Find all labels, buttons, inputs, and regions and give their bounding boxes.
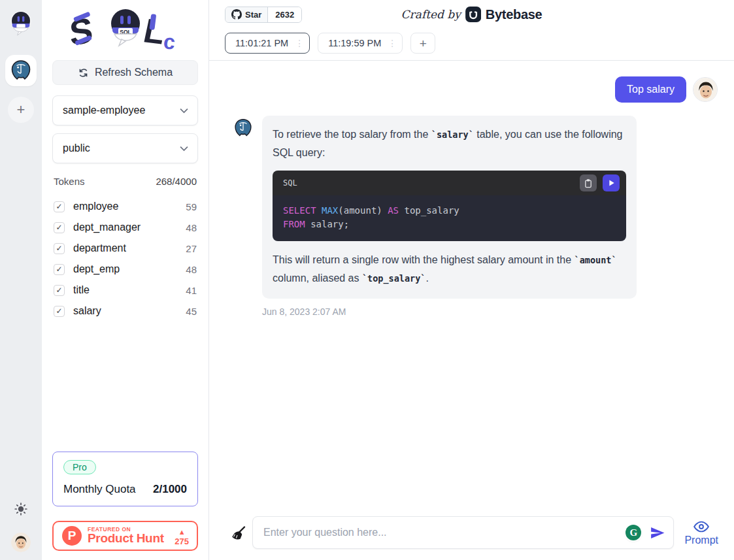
prompt-toggle[interactable]: Prompt <box>684 519 718 546</box>
table-token-count: 48 <box>186 222 197 233</box>
inline-code-amount: `amount` <box>575 255 617 265</box>
code-token: MAX <box>322 205 338 216</box>
schema-select-value: public <box>63 142 90 154</box>
code-token: top_salary <box>399 205 459 216</box>
crafted-by-brand[interactable]: Crafted by Bytebase <box>401 7 542 22</box>
table-name: salary <box>73 305 186 317</box>
sqlchat-bot-icon[interactable] <box>9 10 33 39</box>
bytebase-brand-name: Bytebase <box>486 7 542 22</box>
tab-label: 11:19:59 PM <box>328 38 381 48</box>
table-checkbox[interactable] <box>54 201 65 212</box>
table-row: department27 <box>52 238 198 259</box>
product-hunt-name: Product Hunt <box>88 532 164 545</box>
question-input-box: G <box>252 516 674 549</box>
table-name: title <box>73 284 186 296</box>
refresh-icon <box>78 67 89 78</box>
sql-code-block: SQL <box>273 171 626 241</box>
chat-scroll-area[interactable]: Top salary <box>209 61 734 510</box>
add-connection-button[interactable] <box>8 97 34 123</box>
code-token: (amount) <box>338 205 388 216</box>
monthly-quota-value: 2/1000 <box>153 483 187 496</box>
postgresql-avatar-icon <box>233 118 253 138</box>
table-name: dept_emp <box>73 263 186 275</box>
panel-spacer <box>52 321 198 452</box>
clear-conversation-broom-icon[interactable] <box>229 525 246 546</box>
prompt-label: Prompt <box>684 535 718 546</box>
table-checkbox[interactable] <box>54 264 65 275</box>
code-token: SELECT <box>283 205 322 216</box>
table-row: salary45 <box>52 301 198 321</box>
run-query-button[interactable] <box>603 174 620 191</box>
table-token-count: 27 <box>186 243 197 254</box>
assistant-message-bubble: To retrieve the top salary from the `sal… <box>262 116 637 299</box>
chat-main: Star 2632 Crafted by Bytebase 11:01:21 P… <box>209 0 734 560</box>
table-name: dept_manager <box>73 222 186 233</box>
send-button[interactable] <box>649 525 665 541</box>
code-token: salary; <box>305 219 349 229</box>
user-account-avatar[interactable] <box>11 533 31 552</box>
table-checkbox[interactable] <box>54 222 65 233</box>
tab-menu-icon[interactable] <box>388 38 397 48</box>
chevron-down-icon <box>180 108 188 114</box>
tokens-label: Tokens <box>54 176 85 187</box>
assistant-message-row: To retrieve the top salary from the `sal… <box>233 116 718 317</box>
conversation-tab[interactable]: 11:19:59 PM <box>318 33 403 54</box>
sqlchat-logo: S SQL L c <box>52 0 198 60</box>
tab-label: 11:01:21 PM <box>235 38 288 48</box>
github-star-button[interactable]: Star 2632 <box>225 7 302 23</box>
monthly-quota-label: Monthly Quota <box>63 483 136 496</box>
refresh-schema-button[interactable]: Refresh Schema <box>52 60 198 85</box>
theme-toggle-sun-icon[interactable] <box>14 502 27 518</box>
bytebase-logo-icon <box>465 7 481 22</box>
product-hunt-logo-icon: P <box>62 526 82 546</box>
code-language-label: SQL <box>283 174 297 192</box>
code-line: FROM salary; <box>283 218 616 231</box>
pro-badge: Pro <box>63 460 96 474</box>
copy-code-button[interactable] <box>580 174 597 191</box>
table-row: dept_emp48 <box>52 259 198 280</box>
crafted-by-text: Crafted by <box>401 8 461 21</box>
connection-postgres-tile[interactable] <box>5 55 37 86</box>
table-checklist: employee59dept_manager48department27dept… <box>52 196 198 321</box>
table-row: title41 <box>52 280 198 301</box>
refresh-schema-label: Refresh Schema <box>95 67 173 78</box>
table-checkbox[interactable] <box>54 306 65 317</box>
code-line: SELECT MAX(amount) AS top_salary <box>283 204 616 218</box>
message-timestamp: Jun 8, 2023 2:07 AM <box>262 306 637 317</box>
github-icon <box>231 9 242 20</box>
assistant-paragraph-2: This will return a single row with the h… <box>273 251 626 288</box>
code-block-body: SELECT MAX(amount) AS top_salaryFROM sal… <box>273 195 626 241</box>
bot-avatar-icon <box>9 10 33 37</box>
product-hunt-votes: 275 <box>175 525 189 546</box>
tab-bar: 11:01:21 PM11:19:59 PM <box>225 33 718 60</box>
chevron-down-icon <box>180 146 188 152</box>
play-icon <box>608 179 615 187</box>
main-header: Star 2632 Crafted by Bytebase 11:01:21 P… <box>209 0 734 61</box>
tokens-row: Tokens 268/4000 <box>52 176 198 187</box>
code-token: AS <box>388 205 399 216</box>
github-star-count: 2632 <box>267 7 301 22</box>
schema-select[interactable]: public <box>52 133 198 163</box>
new-conversation-button[interactable] <box>410 33 435 54</box>
question-input[interactable] <box>263 527 626 538</box>
table-checkbox[interactable] <box>54 285 65 296</box>
table-token-count: 41 <box>186 285 197 296</box>
tab-menu-icon[interactable] <box>295 38 304 48</box>
grammarly-icon[interactable]: G <box>626 525 641 540</box>
postgresql-icon <box>10 59 32 82</box>
clipboard-icon <box>584 178 593 188</box>
database-select[interactable]: sample-employee <box>52 95 198 125</box>
assistant-paragraph-1: To retrieve the top salary from the `sal… <box>273 125 626 162</box>
table-row: dept_manager48 <box>52 217 198 238</box>
table-row: employee59 <box>52 196 198 217</box>
table-name: department <box>73 242 186 254</box>
conversation-tab[interactable]: 11:01:21 PM <box>225 33 310 54</box>
inline-code-salary: `salary` <box>431 129 474 140</box>
database-select-value: sample-employee <box>63 105 145 116</box>
product-hunt-badge[interactable]: P FEATURED ON Product Hunt 275 <box>52 521 198 551</box>
user-message-row: Top salary <box>233 76 718 103</box>
table-checkbox[interactable] <box>54 243 65 254</box>
svg-text:c: c <box>162 29 176 54</box>
table-token-count: 45 <box>186 306 197 317</box>
table-name: employee <box>73 201 186 212</box>
